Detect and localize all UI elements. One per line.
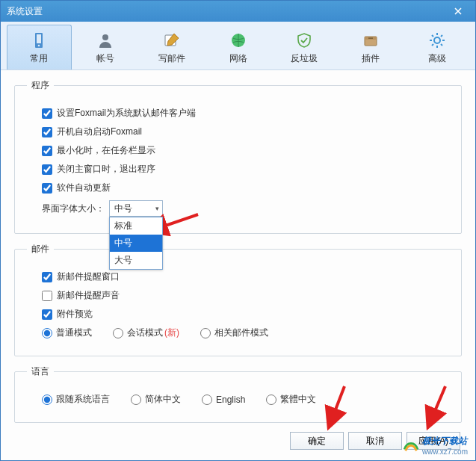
radio-mode-conv[interactable] — [113, 328, 123, 338]
label-auto-start[interactable]: 开机自动启动Foxmail — [57, 126, 142, 138]
new-badge: (新) — [164, 327, 179, 339]
label-mode-conv[interactable]: 会话模式 — [127, 327, 163, 339]
tab-spam[interactable]: 反垃圾 — [272, 25, 337, 69]
font-size-dropdown: 标准 中号 大号 — [109, 217, 163, 270]
label-notify-sound[interactable]: 新邮件提醒声音 — [57, 289, 120, 302]
globe-icon — [229, 31, 247, 49]
section-program: 程序 设置Foxmail为系统默认邮件客户端 开机自动启动Foxmail 最小化… — [14, 79, 462, 234]
tab-label: 网络 — [229, 52, 247, 65]
legend-language: 语言 — [27, 365, 54, 378]
svg-line-15 — [441, 44, 442, 46]
svg-point-2 — [38, 45, 40, 47]
svg-point-9 — [434, 37, 440, 43]
settings-window: 系统设置 常用 帐号 写邮件 网络 反垃圾 插件 — [0, 0, 476, 461]
label-notify-window[interactable]: 新邮件提醒窗口 — [57, 270, 120, 283]
label-lang-en[interactable]: English — [216, 395, 245, 405]
titlebar: 系统设置 — [1, 1, 475, 22]
tab-label: 帐号 — [96, 52, 114, 65]
tab-network[interactable]: 网络 — [205, 25, 271, 69]
checkbox-notify-window[interactable] — [42, 272, 52, 282]
label-lang-zhtw[interactable]: 繁體中文 — [280, 393, 316, 406]
tab-compose[interactable]: 写邮件 — [139, 25, 204, 69]
font-size-select-button[interactable]: 中号 ▾ — [109, 200, 163, 217]
label-lang-zhcn[interactable]: 简体中文 — [145, 393, 181, 406]
label-mode-normal[interactable]: 普通模式 — [56, 327, 92, 339]
svg-rect-1 — [37, 34, 41, 43]
svg-line-14 — [432, 35, 433, 37]
tab-common[interactable]: 常用 — [7, 25, 72, 69]
label-mode-related[interactable]: 相关邮件模式 — [214, 327, 268, 339]
close-icon — [454, 7, 462, 15]
label-attach-preview[interactable]: 附件预览 — [57, 308, 93, 321]
radio-lang-en[interactable] — [202, 395, 212, 405]
lang-group: 跟随系统语言 简体中文 English 繁體中文 — [42, 393, 449, 406]
tab-label: 高级 — [428, 52, 446, 65]
tab-label: 写邮件 — [158, 52, 185, 65]
radio-lang-system[interactable] — [42, 395, 52, 405]
content-area: 程序 设置Foxmail为系统默认邮件客户端 开机自动启动Foxmail 最小化… — [1, 70, 475, 461]
svg-line-17 — [441, 35, 442, 37]
chevron-down-icon: ▾ — [155, 205, 159, 212]
label-default-client[interactable]: 设置Foxmail为系统默认邮件客户端 — [57, 107, 196, 120]
font-size-selected: 中号 — [114, 202, 132, 215]
label-minimize-tray[interactable]: 最小化时，在任务栏显示 — [57, 144, 155, 157]
compose-icon — [163, 31, 181, 49]
shield-icon — [295, 31, 313, 49]
radio-lang-zhtw[interactable] — [266, 395, 276, 405]
ok-button[interactable]: 确定 — [290, 432, 344, 450]
checkbox-notify-sound[interactable] — [42, 291, 52, 301]
tab-label: 反垃圾 — [291, 52, 318, 65]
checkbox-default-client[interactable] — [42, 108, 52, 119]
tab-label: 常用 — [30, 52, 48, 65]
drawer-icon — [362, 31, 380, 49]
gear-icon — [428, 31, 446, 49]
font-option-medium[interactable]: 中号 — [110, 235, 162, 252]
user-icon — [96, 31, 114, 49]
checkbox-auto-update[interactable] — [42, 183, 52, 194]
window-title: 系统设置 — [7, 5, 447, 18]
section-language: 语言 跟随系统语言 简体中文 English 繁體中文 — [14, 365, 462, 423]
mail-mode-group: 普通模式 会话模式(新) 相关邮件模式 — [42, 327, 449, 339]
phone-icon — [30, 31, 48, 49]
close-button[interactable] — [447, 4, 469, 19]
font-option-large[interactable]: 大号 — [110, 252, 162, 269]
cancel-button[interactable]: 取消 — [348, 432, 402, 450]
label-lang-system[interactable]: 跟随系统语言 — [56, 393, 110, 406]
tab-plugins[interactable]: 插件 — [339, 25, 404, 69]
svg-line-16 — [432, 44, 433, 46]
section-mail: 邮件 新邮件提醒窗口 新邮件提醒声音 附件预览 普通模式 会话模式(新) 相关邮… — [14, 243, 462, 356]
font-size-select: 中号 ▾ 标准 中号 大号 — [109, 200, 163, 217]
checkbox-close-exit[interactable] — [42, 164, 52, 175]
radio-lang-zhcn[interactable] — [131, 395, 141, 405]
checkbox-auto-start[interactable] — [42, 127, 52, 137]
label-font-size: 界面字体大小： — [42, 202, 105, 215]
tab-bar: 常用 帐号 写邮件 网络 反垃圾 插件 高级 — [1, 22, 475, 70]
dialog-buttons: 确定 取消 应用(A) — [290, 432, 460, 450]
radio-mode-related[interactable] — [200, 328, 211, 338]
radio-mode-normal[interactable] — [42, 328, 52, 338]
svg-point-3 — [102, 34, 108, 40]
label-auto-update[interactable]: 软件自动更新 — [57, 182, 111, 194]
svg-rect-8 — [368, 38, 373, 39]
apply-button[interactable]: 应用(A) — [407, 432, 460, 450]
font-option-standard[interactable]: 标准 — [110, 217, 162, 235]
tab-advanced[interactable]: 高级 — [404, 25, 469, 69]
tab-label: 插件 — [362, 52, 380, 65]
tab-account[interactable]: 帐号 — [73, 25, 138, 69]
checkbox-minimize-tray[interactable] — [42, 146, 52, 156]
legend-mail: 邮件 — [27, 243, 54, 256]
label-close-exit[interactable]: 关闭主窗口时，退出程序 — [57, 163, 155, 176]
checkbox-attach-preview[interactable] — [42, 309, 52, 320]
legend-program: 程序 — [27, 79, 54, 92]
